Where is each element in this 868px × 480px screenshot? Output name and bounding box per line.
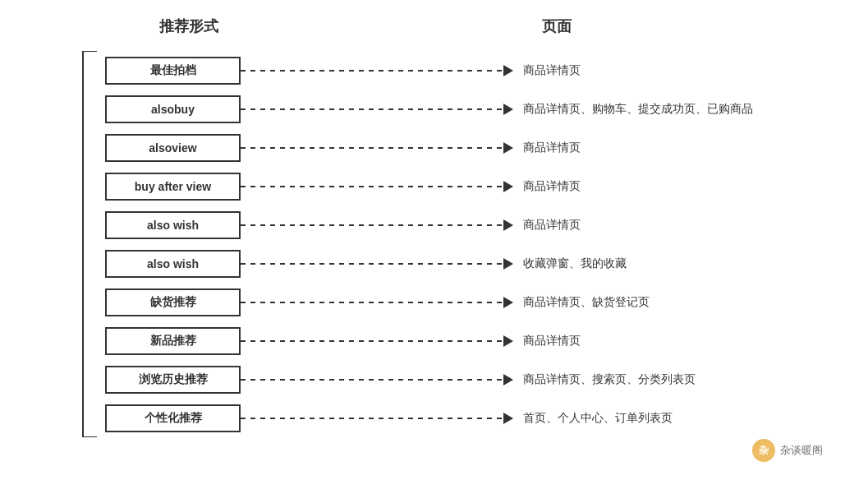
dashed-connector (241, 224, 503, 226)
arrow-icon (503, 297, 513, 308)
dashed-connector (241, 70, 503, 72)
table-row: 最佳拍档商品详情页 (105, 51, 835, 90)
recommendation-type-box: buy after view (105, 173, 241, 201)
diagram: 最佳拍档商品详情页alsobuy商品详情页、购物车、提交成功页、已购商品also… (33, 51, 835, 437)
recommendation-type-box: 新品推荐 (105, 327, 241, 355)
dashed-connector (241, 147, 503, 149)
page-label: 商品详情页 (523, 334, 581, 348)
page-label: 商品详情页、购物车、提交成功页、已购商品 (523, 102, 753, 117)
recommendation-type-box: also wish (105, 211, 241, 239)
page-label: 商品详情页 (523, 63, 581, 78)
watermark: 杂 杂谈暖阁 (752, 439, 823, 462)
dashed-connector (241, 263, 503, 265)
table-row: 个性化推荐首页、个人中心、订单列表页 (105, 399, 835, 437)
arrow-icon (503, 142, 513, 154)
recommendation-type-box: 缺货推荐 (105, 288, 241, 316)
arrow-icon (503, 374, 513, 385)
dashed-connector (241, 340, 503, 342)
arrow-icon (503, 181, 513, 192)
page-label: 商品详情页 (523, 218, 581, 233)
page-label: 首页、个人中心、订单列表页 (523, 411, 673, 426)
recommendation-type-box: 个性化推荐 (105, 404, 241, 432)
page-label: 商品详情页、搜索页、分类列表页 (523, 372, 696, 387)
table-row: 新品推荐商品详情页 (105, 321, 835, 360)
recommendation-type-box: also wish (105, 250, 241, 278)
main-container: 推荐形式 页面 最佳拍档商品详情页alsobuy商品详情页、购物车、提交成功页、… (0, 0, 868, 480)
table-row: alsoview商品详情页 (105, 128, 835, 167)
arrow-icon (503, 65, 513, 76)
table-row: buy after view商品详情页 (105, 167, 835, 205)
bracket-vertical-line (82, 51, 84, 437)
dashed-connector (241, 379, 503, 381)
page-label: 收藏弹窗、我的收藏 (523, 256, 627, 271)
column-headers: 推荐形式 页面 (33, 16, 835, 36)
watermark-icon: 杂 (752, 439, 775, 462)
arrow-icon (503, 335, 513, 347)
table-row: 浏览历史推荐商品详情页、搜索页、分类列表页 (105, 360, 835, 399)
left-bracket (82, 51, 97, 437)
dashed-connector (241, 302, 503, 303)
recommendation-type-box: 最佳拍档 (105, 57, 241, 85)
watermark-text: 杂谈暖阁 (780, 443, 823, 458)
page-label: 商品详情页、缺货登记页 (523, 295, 650, 310)
dashed-connector (241, 108, 503, 110)
arrow-icon (503, 258, 513, 270)
arrow-icon (503, 413, 513, 424)
header-recommendation-type: 推荐形式 (99, 16, 279, 36)
page-label: 商品详情页 (523, 179, 581, 194)
dashed-connector (241, 186, 503, 187)
rows-container: 最佳拍档商品详情页alsobuy商品详情页、购物车、提交成功页、已购商品also… (105, 51, 835, 437)
table-row: also wish商品详情页 (105, 205, 835, 244)
table-row: also wish收藏弹窗、我的收藏 (105, 244, 835, 283)
table-row: alsobuy商品详情页、购物车、提交成功页、已购商品 (105, 90, 835, 128)
recommendation-type-box: alsobuy (105, 95, 241, 123)
recommendation-type-box: 浏览历史推荐 (105, 366, 241, 394)
dashed-connector (241, 418, 503, 419)
arrow-icon (503, 219, 513, 231)
recommendation-type-box: alsoview (105, 134, 241, 162)
header-page: 页面 (542, 16, 572, 36)
page-label: 商品详情页 (523, 141, 581, 155)
arrow-icon (503, 104, 513, 115)
table-row: 缺货推荐商品详情页、缺货登记页 (105, 283, 835, 321)
